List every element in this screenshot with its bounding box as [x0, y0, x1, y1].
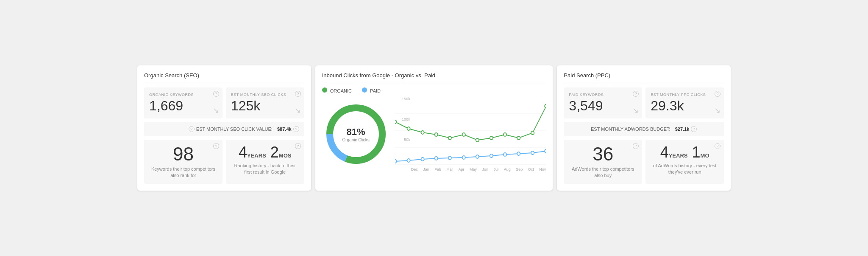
organic-legend-label: ORGANIC: [330, 88, 352, 93]
seo-click-value-amount: $87.4k: [277, 127, 292, 132]
organic-point-0: [395, 120, 397, 124]
chart-svg-wrapper: [395, 97, 546, 166]
keywords-competitors-box: ? 98 Keywords their top competitors also…: [144, 140, 223, 184]
organic-legend-dot: [322, 87, 327, 93]
ranking-months-value: 2: [270, 143, 279, 161]
organic-point-9: [517, 136, 520, 140]
paid-keywords-help-icon[interactable]: ?: [633, 91, 639, 97]
paid-point-10: [531, 151, 534, 155]
paid-point-0: [395, 160, 397, 163]
x-label-feb: Feb: [434, 167, 441, 172]
ranking-history-help-icon[interactable]: ?: [295, 143, 301, 149]
ppc-adwords-budget-amount: $27.1k: [675, 127, 690, 132]
keywords-competitors-value: 98: [149, 145, 217, 163]
ranking-years-label: YEARS: [247, 152, 266, 159]
line-chart-container: 150k 100k 50k 0: [395, 97, 546, 172]
paid-point-9: [517, 152, 520, 155]
x-label-apr: Apr: [458, 167, 464, 172]
ranking-history-display: 4YEARS 2MOS: [231, 145, 299, 160]
chart-panel: Inbound Clicks from Google - Organic vs.…: [315, 65, 553, 191]
adwords-months-label: MO: [701, 152, 709, 159]
seo-clicks-label: EST MONTHLY SEO CLICKS: [231, 93, 299, 97]
paid-point-8: [504, 153, 506, 156]
seo-panel-title: Organic Search (SEO): [144, 72, 304, 82]
adwords-years-value: 4: [660, 143, 669, 161]
ranking-history-box: ? 4YEARS 2MOS Ranking history - back to …: [226, 140, 304, 184]
paid-point-5: [462, 156, 465, 159]
paid-point-3: [434, 157, 437, 160]
x-label-may: May: [470, 167, 477, 172]
donut-chart: 81% Organic Clicks: [322, 100, 390, 168]
x-label-nov: Nov: [539, 167, 546, 172]
organic-line: [395, 106, 546, 140]
adwords-years-label: YEARS: [669, 152, 688, 159]
organic-point-1: [407, 127, 410, 130]
organic-point-6: [476, 138, 479, 142]
seo-click-value-help2-icon[interactable]: ?: [293, 126, 299, 132]
seo-click-value-label: EST MONTHLY SEO CLICK VALUE:: [196, 127, 273, 132]
x-axis: Dec Jan Feb Mar Apr May Jun Jul Aug Sep …: [411, 167, 546, 172]
adwords-history-display: 4YEARS 1MO: [651, 145, 719, 160]
adwords-history-desc: of AdWords history - every test they've …: [651, 163, 719, 176]
seo-bottom-row: ? 98 Keywords their top competitors also…: [144, 140, 304, 184]
donut-svg: [322, 100, 390, 168]
x-label-oct: Oct: [528, 167, 534, 172]
adwords-history-box: ? 4YEARS 1MO of AdWords history - every …: [645, 140, 724, 184]
organic-point-3: [434, 133, 437, 136]
adwords-competitors-box: ? 36 AdWords their top competitors also …: [564, 140, 642, 184]
adwords-months-value: 1: [692, 143, 701, 161]
paid-keywords-trend-icon: ↘: [632, 106, 639, 115]
keywords-competitors-desc: Keywords their top competitors also rank…: [149, 166, 217, 179]
paid-keywords-value: 3,549: [569, 98, 637, 113]
paid-point-1: [407, 159, 410, 162]
chart-legend: ORGANIC PAID: [322, 87, 546, 93]
ppc-adwords-budget-box: EST MONTHLY ADWORDS BUDGET: $27.1k ?: [564, 122, 724, 136]
ppc-budget-help-icon[interactable]: ?: [691, 126, 697, 132]
ranking-months-label: MOS: [279, 152, 292, 159]
chart-area: 81% Organic Clicks 150k 100k 50k 0: [322, 97, 546, 172]
ppc-clicks-trend-icon: ↘: [714, 106, 721, 115]
organic-keywords-value: 1,669: [149, 98, 217, 113]
ppc-clicks-value: 29.3k: [651, 98, 719, 113]
organic-keywords-label: ORGANIC KEYWORDS: [149, 93, 217, 97]
organic-keywords-help-icon[interactable]: ?: [213, 91, 219, 97]
organic-keywords-trend-icon: ↘: [213, 106, 219, 115]
seo-click-value-box: ? EST MONTHLY SEO CLICK VALUE: $87.4k ?: [144, 122, 304, 136]
x-label-jun: Jun: [482, 167, 489, 172]
organic-point-7: [490, 136, 492, 140]
organic-point-10: [531, 131, 534, 135]
dashboard: Organic Search (SEO) ? ORGANIC KEYWORDS …: [137, 65, 731, 191]
organic-point-2: [421, 131, 424, 134]
paid-point-7: [490, 154, 492, 158]
organic-point-8: [504, 133, 506, 136]
x-label-dec: Dec: [411, 167, 418, 172]
ppc-clicks-label: EST MONTHLY PPC CLICKS: [651, 93, 719, 97]
legend-organic: ORGANIC: [322, 87, 352, 93]
paid-point-4: [448, 156, 451, 160]
seo-clicks-value: 125k: [231, 98, 299, 113]
x-label-mar: Mar: [446, 167, 453, 172]
seo-clicks-trend-icon: ↘: [295, 106, 301, 115]
ppc-clicks-help-icon[interactable]: ?: [715, 91, 721, 97]
legend-paid: PAID: [362, 87, 381, 93]
ranking-history-desc: Ranking history - back to their first re…: [231, 163, 299, 176]
seo-click-value-help-icon[interactable]: ?: [189, 126, 195, 132]
paid-keywords-box: ? PAID KEYWORDS 3,549 ↘: [564, 87, 642, 118]
seo-metrics-row: ? ORGANIC KEYWORDS 1,669 ↘ ? EST MONTHLY…: [144, 87, 304, 118]
x-label-sep: Sep: [516, 167, 523, 172]
ppc-adwords-budget-label: EST MONTHLY ADWORDS BUDGET:: [591, 127, 670, 132]
ppc-clicks-box: ? EST MONTHLY PPC CLICKS 29.3k ↘: [645, 87, 724, 118]
ppc-metrics-row: ? PAID KEYWORDS 3,549 ↘ ? EST MONTHLY PP…: [564, 87, 724, 118]
ppc-bottom-row: ? 36 AdWords their top competitors also …: [564, 140, 724, 184]
organic-point-11: [545, 104, 546, 108]
adwords-competitors-help-icon[interactable]: ?: [633, 143, 639, 149]
organic-keywords-box: ? ORGANIC KEYWORDS 1,669 ↘: [144, 87, 223, 118]
paid-legend-label: PAID: [370, 88, 381, 93]
adwords-competitors-desc: AdWords their top competitors also buy: [569, 166, 637, 179]
chart-panel-title: Inbound Clicks from Google - Organic vs.…: [322, 72, 546, 82]
organic-point-4: [448, 136, 451, 140]
adwords-competitors-value: 36: [569, 145, 637, 163]
seo-clicks-help-icon[interactable]: ?: [295, 91, 301, 97]
adwords-history-help-icon[interactable]: ?: [715, 143, 721, 149]
keywords-competitors-help-icon[interactable]: ?: [213, 143, 219, 149]
